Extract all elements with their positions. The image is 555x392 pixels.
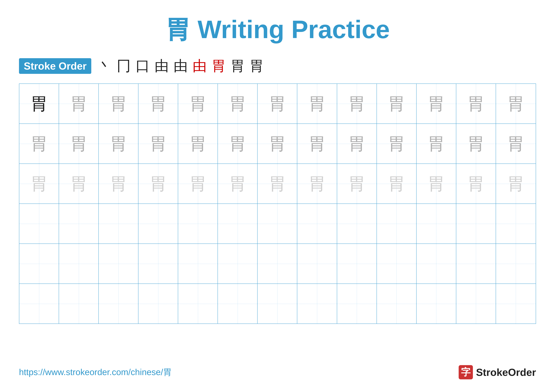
grid-cell[interactable] xyxy=(416,204,456,243)
grid-cell[interactable]: 胃 xyxy=(258,164,297,204)
practice-char: 胃 xyxy=(507,95,525,112)
grid-cell[interactable]: 胃 xyxy=(337,124,377,164)
stroke-order-badge: Stroke Order xyxy=(19,58,91,74)
grid-cell[interactable] xyxy=(19,244,59,284)
footer-url[interactable]: https://www.strokeorder.com/chinese/胃 xyxy=(19,366,172,378)
grid-cell[interactable]: 胃 xyxy=(178,164,218,204)
grid-cell[interactable] xyxy=(139,284,178,324)
grid-cell[interactable] xyxy=(456,284,496,324)
grid-cell[interactable]: 胃 xyxy=(377,84,416,123)
grid-cell[interactable]: 胃 xyxy=(59,164,99,204)
grid-cell[interactable] xyxy=(297,204,337,243)
practice-char: 胃 xyxy=(189,135,207,152)
grid-cell[interactable] xyxy=(218,244,258,284)
grid-cell[interactable] xyxy=(496,284,536,324)
grid-row-3: 胃 胃 胃 胃 胃 胃 胃 胃 胃 胃 胃 胃 胃 xyxy=(19,164,536,204)
grid-cell[interactable]: 胃 xyxy=(416,124,456,164)
stroke-step-3: 口 xyxy=(136,56,150,76)
grid-cell[interactable] xyxy=(178,284,218,324)
grid-cell[interactable] xyxy=(377,284,416,324)
grid-cell[interactable] xyxy=(258,244,297,284)
grid-cell[interactable]: 胃 xyxy=(19,124,59,164)
grid-cell[interactable] xyxy=(218,284,258,324)
grid-cell[interactable]: 胃 xyxy=(337,164,377,204)
grid-cell[interactable]: 胃 xyxy=(218,84,258,123)
grid-row-6 xyxy=(19,284,536,324)
grid-cell[interactable]: 胃 xyxy=(297,124,337,164)
grid-cell[interactable]: 胃 xyxy=(139,84,178,123)
grid-cell[interactable]: 胃 xyxy=(218,124,258,164)
grid-cell[interactable]: 胃 xyxy=(139,124,178,164)
grid-cell[interactable] xyxy=(59,204,99,243)
practice-char: 胃 xyxy=(467,175,485,192)
grid-cell[interactable]: 胃 xyxy=(19,84,59,123)
grid-cell[interactable] xyxy=(337,284,377,324)
practice-char: 胃 xyxy=(110,95,127,112)
grid-cell[interactable]: 胃 xyxy=(496,164,536,204)
grid-cell[interactable] xyxy=(258,204,297,243)
grid-cell[interactable]: 胃 xyxy=(377,124,416,164)
grid-cell[interactable]: 胃 xyxy=(456,84,496,123)
grid-cell[interactable] xyxy=(337,204,377,243)
grid-cell[interactable]: 胃 xyxy=(496,124,536,164)
stroke-step-7: 胃 xyxy=(212,56,226,76)
grid-cell[interactable]: 胃 xyxy=(139,164,178,204)
grid-cell[interactable]: 胃 xyxy=(99,84,139,123)
grid-cell[interactable] xyxy=(59,284,99,324)
grid-cell[interactable] xyxy=(19,204,59,243)
grid-cell[interactable]: 胃 xyxy=(59,124,99,164)
grid-cell[interactable] xyxy=(139,244,178,284)
grid-cell[interactable]: 胃 xyxy=(297,164,337,204)
grid-cell[interactable]: 胃 xyxy=(337,84,377,123)
practice-char: 胃 xyxy=(507,135,525,152)
grid-cell[interactable]: 胃 xyxy=(178,124,218,164)
grid-cell[interactable] xyxy=(456,204,496,243)
grid-cell[interactable]: 胃 xyxy=(258,84,297,123)
grid-cell[interactable] xyxy=(99,284,139,324)
grid-cell[interactable] xyxy=(178,244,218,284)
grid-cell[interactable] xyxy=(218,204,258,243)
grid-cell[interactable] xyxy=(496,244,536,284)
grid-cell[interactable]: 胃 xyxy=(416,84,456,123)
grid-cell[interactable] xyxy=(99,204,139,243)
grid-cell[interactable] xyxy=(178,204,218,243)
practice-char: 胃 xyxy=(388,135,405,152)
grid-cell[interactable] xyxy=(139,204,178,243)
practice-char: 胃 xyxy=(30,135,48,152)
grid-cell[interactable]: 胃 xyxy=(99,124,139,164)
grid-cell[interactable]: 胃 xyxy=(258,124,297,164)
grid-cell[interactable] xyxy=(456,244,496,284)
practice-char: 胃 xyxy=(189,175,207,192)
practice-char: 胃 xyxy=(308,95,326,112)
practice-grid: 胃 胃 胃 胃 胃 胃 胃 胃 胃 胃 胃 胃 胃 胃 胃 胃 胃 胃 胃 胃 … xyxy=(19,84,536,324)
grid-cell[interactable] xyxy=(59,244,99,284)
grid-cell[interactable]: 胃 xyxy=(416,164,456,204)
grid-cell[interactable] xyxy=(377,204,416,243)
stroke-step-2: 冂 xyxy=(117,56,131,76)
practice-char: 胃 xyxy=(388,175,405,192)
grid-cell[interactable]: 胃 xyxy=(19,164,59,204)
grid-cell[interactable] xyxy=(377,244,416,284)
grid-cell[interactable] xyxy=(297,284,337,324)
grid-cell[interactable] xyxy=(416,244,456,284)
grid-cell[interactable]: 胃 xyxy=(218,164,258,204)
practice-char: 胃 xyxy=(348,135,365,152)
grid-cell[interactable]: 胃 xyxy=(99,164,139,204)
stroke-step-6: 由 xyxy=(193,56,207,76)
grid-cell[interactable]: 胃 xyxy=(456,164,496,204)
grid-cell[interactable] xyxy=(297,244,337,284)
grid-cell[interactable] xyxy=(19,284,59,324)
grid-cell[interactable]: 胃 xyxy=(377,164,416,204)
grid-cell[interactable]: 胃 xyxy=(456,124,496,164)
grid-cell[interactable] xyxy=(416,284,456,324)
grid-cell[interactable]: 胃 xyxy=(178,84,218,123)
grid-cell[interactable] xyxy=(337,244,377,284)
practice-char: 胃 xyxy=(30,175,48,192)
grid-cell[interactable] xyxy=(496,204,536,243)
title-char: 胃 xyxy=(165,15,190,43)
grid-cell[interactable]: 胃 xyxy=(59,84,99,123)
grid-cell[interactable]: 胃 xyxy=(297,84,337,123)
grid-cell[interactable] xyxy=(258,284,297,324)
grid-cell[interactable]: 胃 xyxy=(496,84,536,123)
grid-cell[interactable] xyxy=(99,244,139,284)
